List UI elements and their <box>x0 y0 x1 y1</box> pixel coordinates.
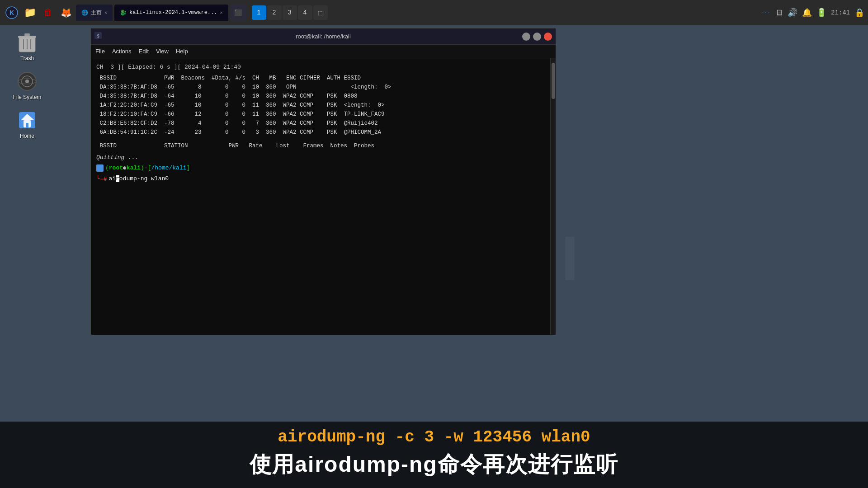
sta-table-header: BSSID STATION PWR Rate Lost Frames Notes… <box>96 141 545 150</box>
prompt-open-paren: ( <box>105 164 109 171</box>
trash-label: Trash <box>20 55 34 61</box>
display-icon[interactable]: 🖥 <box>775 8 783 18</box>
prompt-user: root <box>109 164 123 171</box>
volume-icon[interactable]: 🔊 <box>788 8 797 18</box>
prompt-host: kali <box>127 164 141 171</box>
terminal-content[interactable]: CH 3 ][ Elapsed: 6 s ][ 2024-04-09 21:40… <box>91 58 550 335</box>
subtitle-command: airodump-ng -c 3 -w 123456 wlan0 <box>0 428 868 446</box>
desktop-icons: Trash File System <box>9 32 45 139</box>
delete-icon[interactable]: 🗑 <box>40 5 56 21</box>
filesystem-label: File System <box>13 94 42 100</box>
ap-row-2: D4:35:38:7B:AF:D8 -64 10 0 0 10 360 WPA2… <box>96 92 545 101</box>
menu-actions[interactable]: Actions <box>112 48 132 55</box>
trash-image <box>16 32 38 53</box>
terminal-scrollbar[interactable] <box>550 58 556 335</box>
filesystem-icon-desktop[interactable]: File System <box>9 70 45 100</box>
menu-edit[interactable]: Edit <box>139 48 149 55</box>
ap-row-3: 1A:F2:2C:20:FA:C9 -65 10 0 0 11 360 WPA2… <box>96 101 545 110</box>
filesystem-image <box>16 70 38 92</box>
svg-point-10 <box>25 80 29 83</box>
cmd-line: ╰─# airodump-ng wlan0 <box>96 175 545 183</box>
menu-view[interactable]: View <box>156 48 169 55</box>
ap-row-6: 6A:DB:54:91:1C:2C -24 23 0 0 3 360 WPA2 … <box>96 128 545 137</box>
svg-rect-15 <box>26 123 28 127</box>
minimize-button[interactable] <box>522 33 530 41</box>
close-button[interactable] <box>544 33 552 41</box>
tab-kali-icon: 🐉 <box>120 9 127 16</box>
terminal-title-icon: $ <box>94 32 102 39</box>
prompt-dash: - <box>144 164 148 171</box>
num-tab-3[interactable]: 3 <box>283 5 297 20</box>
num-tab-2[interactable]: 2 <box>267 5 282 20</box>
prompt-hash: ╰─# <box>96 175 107 183</box>
terminal-titlebar: $ root@kali: /home/kali <box>91 28 556 45</box>
ap-row-4: 18:F2:2C:10:FA:C9 -66 12 0 0 11 360 WPA2… <box>96 110 545 119</box>
svg-text:K: K <box>9 9 14 16</box>
tab-home-close[interactable]: ✕ <box>104 10 107 15</box>
trash-icon-desktop[interactable]: Trash <box>9 32 45 61</box>
tab-home[interactable]: 🌐 主页 ✕ <box>76 5 113 21</box>
home-label: Home <box>20 133 34 139</box>
lock-icon[interactable]: 🔒 <box>854 8 864 18</box>
ap-row-5: C2:B8:E6:82:CF:D2 -78 4 0 0 7 360 WPA2 C… <box>96 119 545 128</box>
terminal-window: $ root@kali: /home/kali File Actions Edi… <box>90 28 556 335</box>
prompt-bracket-close: ] <box>187 164 190 171</box>
battery-icon[interactable]: 🔋 <box>816 8 826 18</box>
prompt-close-paren: ) <box>141 164 144 171</box>
terminal-menubar: File Actions Edit View Help <box>91 45 556 58</box>
tab-kali-close[interactable]: ✕ <box>220 10 222 15</box>
terminal-title: root@kali: /home/kali <box>94 33 552 40</box>
home-icon-desktop[interactable]: Home <box>9 109 45 139</box>
files-icon[interactable]: 📁 <box>22 5 38 21</box>
taskbar: K 📁 🗑 🦊 🌐 主页 ✕ 🐉 kali-linux-2024.1-vmwar… <box>0 0 868 25</box>
tab-kali[interactable]: 🐉 kali-linux-2024.1-vmware... ✕ <box>114 5 228 21</box>
tab-home-label: 主页 <box>91 9 102 17</box>
desktop: K 📁 🗑 🦊 🌐 主页 ✕ 🐉 kali-linux-2024.1-vmwar… <box>0 0 868 488</box>
quitting-text: Quitting ... <box>96 154 545 161</box>
menu-help[interactable]: Help <box>176 48 188 55</box>
tab-home-icon: 🌐 <box>81 9 88 16</box>
subtitle-chinese: 使用airodump-ng命令再次进行监听 <box>0 450 868 479</box>
prompt-icon <box>96 164 104 172</box>
svg-text:$: $ <box>97 33 99 38</box>
prompt-bracket-open: [ <box>148 164 151 171</box>
terminal-body: CH 3 ][ Elapsed: 6 s ][ 2024-04-09 21:40… <box>91 58 556 335</box>
time-display: 21:41 <box>831 9 850 16</box>
prompt-cmd-rest: odump-ng wlan0 <box>119 175 169 182</box>
network-indicator: ··· <box>761 10 770 15</box>
num-tab-new[interactable]: ⬚ <box>313 5 328 20</box>
subtitle-bar: airodump-ng -c 3 -w 123456 wlan0 使用airod… <box>0 422 868 488</box>
kali-logo-icon[interactable]: K <box>4 5 20 21</box>
svg-rect-4 <box>24 33 30 36</box>
airodump-header: CH 3 ][ Elapsed: 6 s ][ 2024-04-09 21:40 <box>96 63 545 72</box>
ap-table-header: BSSID PWR Beacons #Data, #/s CH MB ENC C… <box>96 74 545 83</box>
firefox-icon[interactable]: 🦊 <box>58 5 74 21</box>
prompt-cmd-text: ai <box>108 175 116 182</box>
scrollbar-thumb[interactable] <box>552 63 555 99</box>
ap-row-1: DA:35:38:7B:AF:D8 -65 8 0 0 10 360 OPN <… <box>96 83 545 92</box>
prompt-dir: /home/kali <box>151 164 187 171</box>
prompt-at-sign: ⊛ <box>123 164 127 172</box>
tab-kali-label: kali-linux-2024.1-vmware... <box>129 9 217 16</box>
prompt-line: (root⊛ kali)-[/home/kali] <box>96 164 545 172</box>
menu-file[interactable]: File <box>95 48 105 55</box>
notification-icon[interactable]: 🔔 <box>802 8 812 18</box>
systray: ··· 🖥 🔊 🔔 🔋 21:41 🔒 <box>761 8 864 18</box>
num-tab-4[interactable]: 4 <box>298 5 312 20</box>
cursor-char: r <box>116 175 119 182</box>
num-tabs: 1 2 3 4 ⬚ <box>252 5 328 20</box>
num-tab-1[interactable]: 1 <box>252 5 266 20</box>
maximize-button[interactable] <box>533 33 541 41</box>
terminal-icon[interactable]: ⬛ <box>230 5 246 21</box>
home-image <box>16 109 38 131</box>
window-controls <box>522 33 552 41</box>
